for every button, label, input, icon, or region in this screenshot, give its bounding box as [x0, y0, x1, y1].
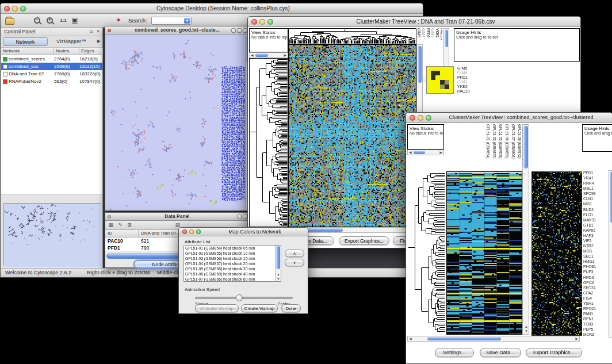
- open-file-icon[interactable]: [5, 18, 14, 25]
- network-overview[interactable]: [3, 203, 101, 266]
- heatmap-canvas[interactable]: [289, 45, 416, 227]
- animation-speed-slider[interactable]: [195, 297, 293, 299]
- attribute-list-scrollbar[interactable]: ▲ ▼: [275, 246, 281, 281]
- heatmap-canvas[interactable]: [447, 172, 522, 334]
- gene-label[interactable]: PHO81: [583, 264, 607, 269]
- zoom-window-icon[interactable]: [426, 115, 431, 121]
- gene-label[interactable]: GIM4: [457, 71, 483, 75]
- scroll-left-icon[interactable]: ◀: [409, 337, 412, 341]
- scroll-down-icon[interactable]: ▼: [525, 329, 528, 334]
- network-list-row[interactable]: combined_scores2764(0)16218(0): [1, 55, 102, 63]
- zoom-in-icon[interactable]: +: [47, 17, 53, 24]
- network-overview-canvas[interactable]: [4, 204, 101, 267]
- column-dendrogram-canvas[interactable]: [289, 29, 416, 44]
- scroll-up-icon[interactable]: ▲: [525, 325, 528, 329]
- gene-label[interactable]: PAN1: [583, 311, 607, 316]
- gene-label[interactable]: GTB1: [583, 223, 607, 228]
- col-edges[interactable]: Edges: [79, 48, 103, 55]
- view-status-hscrollbar[interactable]: ◀ ▶: [249, 52, 288, 58]
- frame-close-icon[interactable]: [108, 29, 111, 32]
- gene-label[interactable]: NIS1: [583, 201, 607, 206]
- col-network[interactable]: Network: [1, 48, 54, 55]
- attribute-delete-icon[interactable]: ⊠: [126, 222, 133, 228]
- main-titlebar[interactable]: Cytoscape Desktop (Session Name: collins…: [1, 3, 423, 14]
- gene-label[interactable]: YRA1: [583, 175, 607, 181]
- scroll-right-icon[interactable]: ▶: [284, 53, 286, 58]
- network-list-row[interactable]: combined_sco2569(6)13112(15): [1, 63, 102, 70]
- row-dendrogram-canvas[interactable]: [407, 171, 445, 334]
- close-panel-icon[interactable]: ✕: [96, 29, 100, 34]
- dialog-titlebar[interactable]: Map Colors to Network: [179, 228, 308, 236]
- gene-label[interactable]: CLN1: [583, 196, 607, 201]
- scroll-thumb[interactable]: [276, 246, 280, 269]
- network-frame-titlebar[interactable]: combined_scores_good.txt--cluste...: [105, 26, 249, 35]
- scroll-thumb[interactable]: [414, 151, 425, 154]
- scroll-right-icon[interactable]: ▶: [575, 337, 578, 341]
- col-id[interactable]: ID: [105, 230, 139, 237]
- gene-label[interactable]: SEC1: [583, 254, 607, 259]
- slider-thumb[interactable]: [236, 294, 243, 301]
- gene-label[interactable]: HMG1: [583, 259, 607, 264]
- frame-restore-icon[interactable]: [243, 28, 247, 33]
- zoom-window-icon[interactable]: [267, 19, 273, 25]
- export-graphics-button[interactable]: Export Graphics...: [339, 236, 389, 245]
- scroll-left-icon[interactable]: ◀: [251, 53, 254, 58]
- attribute-item[interactable]: GPL51-04 (GSM857) heat shock 20 min: [184, 261, 281, 266]
- animate-vizmap-button[interactable]: Animate Vizmap: [195, 304, 239, 312]
- gene-label[interactable]: CPA2: [583, 290, 607, 296]
- row-dendrogram-canvas[interactable]: [250, 59, 288, 227]
- zoom-actual-icon[interactable]: 1:1: [58, 16, 68, 26]
- gene-label[interactable]: PFD1: [457, 75, 483, 80]
- main-vscrollbar[interactable]: ▲ ▼: [522, 124, 529, 335]
- gene-label[interactable]: YSH1: [583, 301, 607, 306]
- bottom-hscrollbar[interactable]: ◀ ▶: [407, 336, 580, 342]
- close-icon[interactable]: [251, 19, 257, 25]
- scroll-right-icon[interactable]: ▶: [439, 151, 442, 155]
- attribute-table-icon[interactable]: ▦: [108, 222, 114, 228]
- frame-minimize-icon[interactable]: [237, 214, 242, 219]
- attribute-item[interactable]: GPL51-07 (GSM866) heat shock 60 min: [184, 277, 281, 282]
- gene-label[interactable]: GPI16: [583, 280, 607, 285]
- float-panel-icon[interactable]: ⊡: [89, 29, 93, 34]
- gene-label[interactable]: RNR4: [583, 181, 607, 186]
- gene-label[interactable]: SEC24: [583, 285, 607, 290]
- network-graph-canvas[interactable]: [105, 35, 245, 210]
- attribute-item[interactable]: GPL51-02 (GSM855) heat shock 10 min: [184, 251, 281, 256]
- treeview1-titlebar[interactable]: ClusterMaker TreeView : DNA and Tran 07-…: [248, 17, 580, 27]
- data-panel-titlebar[interactable]: Data Panel: [105, 213, 249, 221]
- gene-label[interactable]: VIP1: [583, 238, 607, 243]
- view-status-hscrollbar[interactable]: ◀ ▶: [407, 150, 444, 155]
- gene-label[interactable]: PEP5: [583, 327, 607, 332]
- gene-label[interactable]: MSI1: [583, 248, 607, 254]
- scroll-down-icon[interactable]: ▼: [277, 277, 280, 281]
- network-list-row[interactable]: DNA and Tran 077769(0)183728(0): [1, 70, 102, 78]
- attribute-list[interactable]: GPL51-01 (GSM854) heat shock 05 minGPL51…: [183, 245, 281, 282]
- frame-maximize-icon[interactable]: [237, 28, 242, 33]
- scroll-thumb[interactable]: [418, 46, 422, 83]
- close-icon[interactable]: [4, 6, 10, 12]
- scroll-thumb[interactable]: [523, 126, 528, 168]
- snapshot-icon[interactable]: ✦: [113, 16, 124, 26]
- scroll-thumb[interactable]: [445, 30, 448, 47]
- network-list-row[interactable]: RNAPuberNov2563(0)107847(0): [1, 78, 102, 85]
- gene-label[interactable]: KAP95: [583, 228, 607, 233]
- gene-label[interactable]: RPN1: [583, 316, 607, 321]
- zoom-window-icon[interactable]: [196, 229, 201, 234]
- settings-button[interactable]: Settings...: [435, 348, 474, 357]
- tab-scroll-right-icon[interactable]: ▶: [97, 39, 101, 44]
- scroll-left-icon[interactable]: ◀: [409, 151, 412, 155]
- gene-list-vscrollbar[interactable]: [609, 170, 612, 338]
- gene-label[interactable]: ELG1: [583, 212, 607, 217]
- col-nodes[interactable]: Nodes: [54, 48, 79, 55]
- minimize-icon[interactable]: [418, 115, 423, 121]
- gene-label[interactable]: HRD3: [583, 275, 607, 280]
- frame-maximize-icon[interactable]: [243, 214, 247, 219]
- gene-label[interactable]: SPC98: [583, 191, 607, 196]
- gene-label[interactable]: MSL1: [583, 186, 607, 191]
- minimize-icon[interactable]: [12, 6, 18, 12]
- attribute-item[interactable]: GPL51-05 (GSM858) heat shock 30 min: [184, 266, 281, 271]
- gene-label[interactable]: GIM3: [457, 80, 483, 85]
- close-icon[interactable]: [410, 115, 415, 121]
- move-up-button[interactable]: ∧: [285, 250, 304, 257]
- gene-label[interactable]: NTR2: [583, 243, 607, 248]
